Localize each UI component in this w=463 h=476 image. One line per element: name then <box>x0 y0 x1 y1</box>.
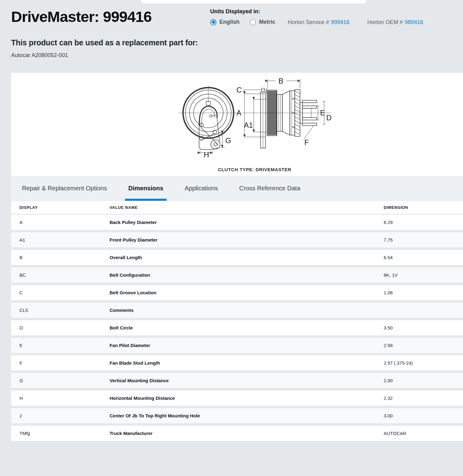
diagram-label-a: A <box>236 109 241 117</box>
cell-value-name: Center Of Jb To Top Right Mounting Hole <box>110 413 384 418</box>
page-title: DriveMaster: 999416 <box>11 8 152 25</box>
cell-dimension: 6.29 <box>384 220 463 225</box>
tab-dimensions[interactable]: Dimensions <box>128 176 163 201</box>
radio-english-label: English <box>219 19 240 25</box>
cell-value-name: Bolt Circle <box>110 325 384 330</box>
clutch-type-caption: CLUTCH TYPE: DRIVEMASTER <box>29 167 463 172</box>
radio-selected-icon[interactable] <box>210 19 216 25</box>
table-row: BC Belt Configuration 8K, 1V <box>11 267 463 283</box>
cell-display: G <box>19 378 110 383</box>
cell-dimension: 3.00 <box>384 413 463 418</box>
cell-value-name: Belt Groove Location <box>110 290 384 295</box>
column-header-value-name: VALUE NAME <box>110 205 384 210</box>
cell-display: B <box>19 255 110 260</box>
table-row: D Bolt Circle 3.50 <box>11 320 463 335</box>
cell-dimension: 7.75 <box>384 237 463 242</box>
tab-bar: Repair & Replacement Options Dimensions … <box>11 176 463 201</box>
cell-dimension: AUTOCAR <box>384 431 463 436</box>
radio-unselected-icon[interactable] <box>250 19 256 25</box>
cell-display: J <box>19 413 110 418</box>
table-row: CL5 Comments <box>11 303 463 318</box>
column-header-dimension: DIMENSION <box>384 205 463 210</box>
tab-cross-reference-data[interactable]: Cross Reference Data <box>239 176 300 201</box>
cell-display: BC <box>19 272 110 278</box>
cell-display: D <box>19 325 110 330</box>
horton-oem-number: Horton OEM #989416 <box>367 19 423 26</box>
cell-value-name: Horizontal Mounting Distance <box>110 395 384 401</box>
tab-repair-replacement-options[interactable]: Repair & Replacement Options <box>22 176 107 201</box>
cell-dimension: 2.56 <box>384 343 463 348</box>
diagram-label-b: B <box>278 77 283 85</box>
cell-display: A1 <box>19 237 110 242</box>
column-header-display: DISPLAY <box>19 205 110 210</box>
diagram-label-g: G <box>225 136 231 145</box>
cell-display: C <box>19 290 110 295</box>
table-row: J Center Of Jb To Top Right Mounting Hol… <box>11 408 463 423</box>
table-row: B Overall Length 6.54 <box>11 250 463 265</box>
cell-dimension: 2.57 (.375-24) <box>384 360 463 366</box>
cell-dimension: 3.50 <box>384 325 463 330</box>
diagram-card: G H <box>11 73 463 176</box>
units-label: Units Displayed in: <box>210 8 286 15</box>
cell-dimension: 1.08 <box>384 290 463 295</box>
cell-value-name: Comments <box>110 308 384 313</box>
cell-display: A <box>19 220 110 225</box>
table-header-row: DISPLAY VALUE NAME DIMENSION <box>11 201 463 214</box>
radio-metric-label: Metric <box>259 19 275 25</box>
diagram-label-d: D <box>326 114 332 122</box>
table-row: F Fan Blade Stud Length 2.57 (.375-24) <box>11 355 463 370</box>
horton-service-number: Horton Service #999416 <box>288 19 349 26</box>
cell-display: E <box>19 343 110 348</box>
horton-service-label: Horton Service # <box>288 19 329 25</box>
cell-dimension: 2.32 <box>384 395 463 401</box>
diagram-label-a1: A1 <box>244 121 253 129</box>
horton-oem-label: Horton OEM # <box>367 19 403 25</box>
units-radio-group: English Metric <box>210 19 286 25</box>
cell-dimension: 2.00 <box>384 378 463 383</box>
cell-value-name: Belt Configuration <box>110 272 384 278</box>
replacement-part: Autocar A2080052-001 <box>11 52 68 59</box>
top-cut-bar <box>141 0 366 3</box>
table-row: G Vertical Mounting Distance 2.00 <box>11 373 463 388</box>
clutch-diagram: G H <box>173 75 333 158</box>
table-row: E Fan Pilot Diameter 2.56 <box>11 338 463 353</box>
tab-applications[interactable]: Applications <box>185 176 218 201</box>
table-row: H Horizontal Mounting Distance 2.32 <box>11 391 463 406</box>
cell-display: H <box>19 395 110 401</box>
cell-value-name: Front Pulley Diameter <box>110 237 384 242</box>
diagram-label-h: H <box>204 151 209 158</box>
cell-display: F <box>19 360 110 366</box>
table-row: C Belt Groove Location 1.08 <box>11 285 463 300</box>
cell-dimension: 8K, 1V <box>384 272 463 278</box>
cell-dimension: 6.54 <box>384 255 463 260</box>
radio-metric[interactable]: Metric <box>250 19 275 25</box>
cell-value-name: Truck Manufacturer <box>110 431 384 436</box>
horton-service-link[interactable]: 999416 <box>331 19 349 25</box>
cell-display: TMfg <box>19 431 110 436</box>
cell-value-name: Vertical Mounting Distance <box>110 378 384 383</box>
units-selector: Units Displayed in: English Metric <box>210 8 286 25</box>
diagram-label-e: E <box>320 109 325 117</box>
diagram-label-f: F <box>304 138 309 147</box>
radio-english[interactable]: English <box>210 19 240 25</box>
table-row: A Back Pulley Diameter 6.29 <box>11 215 463 230</box>
dimensions-table: DISPLAY VALUE NAME DIMENSION A Back Pull… <box>11 201 463 441</box>
cell-value-name: Back Pulley Diameter <box>110 220 384 225</box>
cell-display: CL5 <box>19 308 110 313</box>
diagram-label-c: C <box>236 86 242 94</box>
cell-value-name: Fan Pilot Diameter <box>110 343 384 348</box>
horton-oem-link[interactable]: 989416 <box>405 19 423 25</box>
replacement-heading: This product can be used as a replacemen… <box>11 38 198 47</box>
table-row: TMfg Truck Manufacturer AUTOCAR <box>11 426 463 441</box>
cell-value-name: Fan Blade Stud Length <box>110 360 384 366</box>
table-row: A1 Front Pulley Diameter 7.75 <box>11 232 463 247</box>
cell-value-name: Overall Length <box>110 255 384 260</box>
